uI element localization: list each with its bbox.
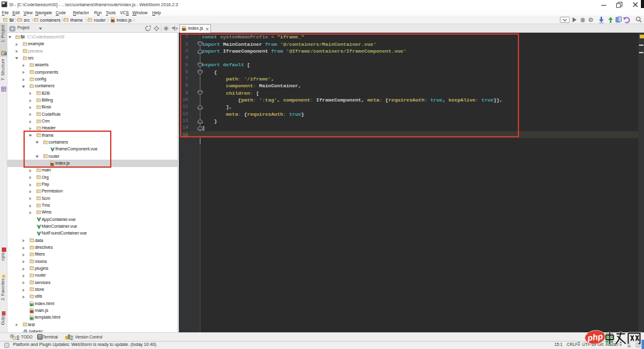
svg-text:php: php [586,332,603,343]
